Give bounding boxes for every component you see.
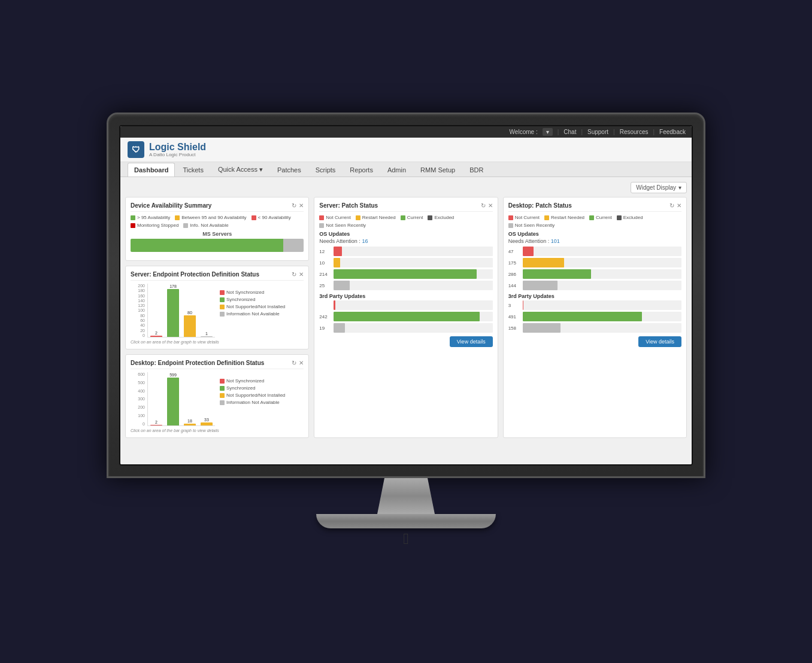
tab-tickets[interactable]: Tickets [176, 163, 210, 177]
server-patch-bar-row-2: 10 [319, 258, 492, 267]
app-title: Logic Shield [149, 142, 206, 153]
desktop-3p-inner-3 [523, 323, 561, 333]
server-bar-outer-3 [334, 269, 492, 279]
d-bar-not-supported: 18 [184, 419, 196, 425]
widget-display-label: Widget Display [636, 184, 676, 191]
legend-label-under-90: < 90 Availability [258, 215, 291, 220]
dp-legend-yellow [544, 215, 549, 220]
legend-dot-gray [183, 223, 188, 228]
server-bar-inner-3 [334, 269, 477, 279]
dp-legend-green [589, 215, 594, 220]
widget-controls-server-ep: ↻ ✕ [292, 271, 304, 278]
server-bar-val-1: 12 [319, 249, 331, 254]
close-icon[interactable]: ✕ [299, 202, 304, 209]
desktop-patch-bar-row-2: 175 [508, 258, 681, 267]
desktop-bar-inner-3 [523, 269, 591, 279]
close-icon-5[interactable]: ✕ [677, 202, 681, 209]
server-bar-val-2: 10 [319, 260, 331, 266]
desktop-bar-inner-4 [523, 281, 558, 290]
bar-sync: 178 [167, 284, 179, 337]
server-needs-attention-link[interactable]: 16 [362, 238, 368, 244]
desktop-3p-inner-1 [523, 300, 523, 310]
app-header: 🛡 Logic Shield A Datto Logic Product [120, 138, 692, 162]
device-availability-header: Device Availability Summary ↻ ✕ [131, 202, 304, 212]
availability-segment-green [131, 239, 283, 252]
tab-patches[interactable]: Patches [271, 163, 308, 177]
ep-legend-dot-gray [220, 312, 225, 317]
server-bar-inner-4 [334, 281, 350, 290]
main-content: Widget Display ▾ Device Availability Sum… [120, 177, 692, 464]
logo-icon: 🛡 [128, 141, 144, 158]
desktop-patch-legend: Not Current Restart Needed Current [508, 215, 681, 228]
tab-quick-access[interactable]: Quick Access ▾ [211, 162, 269, 177]
desktop-view-details-button[interactable]: View details [638, 336, 681, 347]
app-subtitle: A Datto Logic Product [149, 152, 206, 157]
legend-label-95: > 95 Availability [137, 215, 170, 220]
dp-legend-gray [508, 223, 513, 228]
legend-item-95: > 95 Availability [131, 215, 170, 220]
desktop-3p-outer-3 [523, 323, 681, 333]
legend-dot-yellow [175, 215, 180, 220]
refresh-icon[interactable]: ↻ [292, 202, 296, 209]
support-link[interactable]: Support [587, 129, 608, 135]
desktop-3p-outer-1 [523, 300, 681, 310]
refresh-icon-4[interactable]: ↻ [481, 202, 486, 209]
close-icon-4[interactable]: ✕ [488, 202, 493, 209]
tab-dashboard[interactable]: Dashboard [128, 163, 175, 177]
desktop-3p-inner-2 [523, 312, 642, 321]
refresh-icon-3[interactable]: ↻ [292, 360, 296, 366]
legend-label-stopped: Monitoring Stopped [137, 223, 178, 228]
tab-admin[interactable]: Admin [381, 163, 413, 177]
tab-bdr[interactable]: BDR [463, 163, 490, 177]
desktop-endpoint-header: Desktop: Endpoint Protection Definition … [131, 360, 304, 369]
desktop-needs-attention-link[interactable]: 101 [551, 238, 560, 244]
legend-dot-darkred [131, 223, 135, 228]
server-needs-attention: Needs Attention : 16 [319, 238, 492, 244]
widget-controls-desktop-patch: ↻ ✕ [669, 202, 681, 209]
welcome-dropdown[interactable]: ▾ [543, 128, 553, 136]
refresh-icon-5[interactable]: ↻ [669, 202, 674, 209]
desktop-3p-bar-row-3: 158 [508, 323, 681, 333]
d-bar-not-sync: 2 [150, 420, 162, 425]
chat-link[interactable]: Chat [563, 129, 576, 135]
device-availability-widget: Device Availability Summary ↻ ✕ > 95 Ava… [125, 197, 309, 261]
legend-dot-green [131, 215, 135, 220]
bar-rect-orange [184, 315, 196, 337]
server-patch-title: Server: Patch Status [319, 202, 378, 209]
apple-logo:  [107, 530, 705, 548]
desktop-patch-header: Desktop: Patch Status ↻ ✕ [508, 202, 681, 212]
server-bar-outer-4 [334, 281, 492, 290]
widget-controls-desktop-ep: ↻ ✕ [292, 360, 304, 366]
server-bar-outer-1 [334, 247, 492, 256]
desktop-3p-bar-row-2: 491 [508, 312, 681, 321]
server-3p-outer-3 [334, 323, 492, 333]
widget-display-bar: Widget Display ▾ [125, 182, 687, 193]
refresh-icon-2[interactable]: ↻ [292, 271, 296, 278]
monitor-wrapper: Welcome : ▾ | Chat | Support | Resources… [107, 112, 705, 551]
widget-display-button[interactable]: Widget Display ▾ [631, 182, 687, 193]
welcome-label: Welcome : [510, 129, 538, 135]
dep-legend-dot-green [220, 386, 225, 391]
legend-item-na: Info. Not Available [183, 223, 228, 228]
availability-legend: > 95 Availability Between 95 and 90 Avai… [131, 215, 304, 228]
dashboard-grid: Device Availability Summary ↻ ✕ > 95 Ava… [125, 197, 687, 438]
feedback-link[interactable]: Feedback [659, 129, 686, 135]
tab-scripts[interactable]: Scripts [309, 163, 343, 177]
close-icon-3[interactable]: ✕ [299, 360, 304, 366]
desktop-ep-legend: Not Synchronized Synchronized Not Suppor… [220, 372, 285, 405]
sp-legend-red [319, 215, 324, 220]
resources-link[interactable]: Resources [620, 129, 649, 135]
legend-item-stopped: Monitoring Stopped [131, 223, 178, 228]
close-icon-2[interactable]: ✕ [299, 271, 304, 278]
d-bar-sync: 599 [167, 373, 179, 425]
tab-reports[interactable]: Reports [343, 163, 380, 177]
monitor-screen: Welcome : ▾ | Chat | Support | Resources… [119, 125, 693, 466]
server-bar-val-4: 25 [319, 283, 331, 288]
dep-legend-dot-red [220, 379, 225, 384]
top-bar: Welcome : ▾ | Chat | Support | Resources… [120, 126, 692, 138]
tab-rmm-setup[interactable]: RMM Setup [414, 163, 462, 177]
desktop-ep-footer: Click on an area of the bar graph to vie… [131, 428, 304, 433]
server-view-details-button[interactable]: View details [450, 336, 493, 347]
server-3p-bar-row-1 [319, 300, 492, 310]
server-3p-inner-1 [334, 300, 335, 310]
